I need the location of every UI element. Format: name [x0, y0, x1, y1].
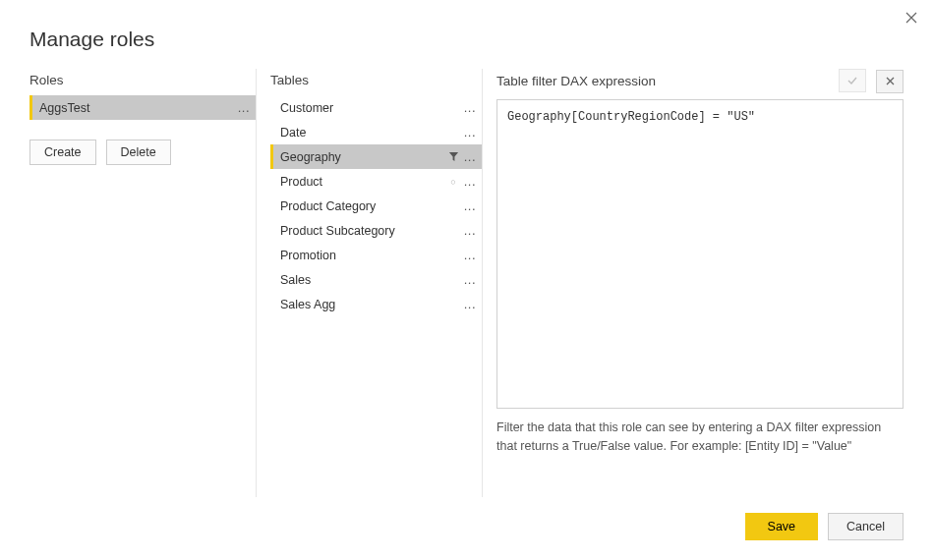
more-icon[interactable]: ... [464, 224, 476, 237]
dialog-title: Manage roles [0, 0, 933, 69]
dialog-content: Roles AggsTest ... Create Delete Tables … [0, 69, 933, 497]
expression-header: Table filter DAX expression [496, 70, 656, 92]
dialog-footer: Save Cancel [0, 497, 933, 560]
delete-role-button[interactable]: Delete [106, 140, 171, 165]
table-item[interactable]: Product○... [270, 169, 482, 194]
tables-header: Tables [270, 69, 482, 95]
table-item[interactable]: Promotion... [270, 243, 482, 267]
tables-list: Customer...Date...Geography...Product○..… [270, 95, 482, 316]
more-icon[interactable]: ... [464, 126, 476, 139]
more-icon[interactable]: ... [464, 175, 476, 188]
more-icon[interactable]: ... [464, 249, 476, 261]
table-item[interactable]: Product Category... [270, 194, 482, 218]
expression-panel: Table filter DAX expression Filter the d… [482, 69, 904, 497]
more-icon[interactable]: ... [464, 150, 476, 163]
table-item-label: Promotion [280, 249, 464, 262]
table-item-label: Date [280, 126, 464, 140]
role-item-label: AggsTest [39, 101, 238, 115]
table-item[interactable]: Date... [270, 120, 482, 144]
table-item-label: Product Subcategory [280, 224, 464, 238]
close-button[interactable] [902, 8, 921, 28]
cancel-button[interactable]: Cancel [828, 513, 904, 540]
revert-expression-button[interactable] [876, 70, 904, 93]
role-item[interactable]: AggsTest ... [29, 95, 256, 120]
save-button[interactable]: Save [745, 513, 819, 540]
check-icon [847, 76, 857, 85]
table-item-label: Product Category [280, 199, 464, 213]
expression-help-text: Filter the data that this role can see b… [496, 419, 904, 457]
more-icon[interactable]: ... [464, 273, 476, 286]
dax-expression-input[interactable] [496, 99, 904, 409]
table-item[interactable]: Geography... [270, 144, 482, 169]
roles-list: AggsTest ... [29, 95, 256, 120]
table-item-label: Sales [280, 273, 464, 287]
more-icon[interactable]: ... [464, 101, 476, 114]
filter-icon [448, 151, 460, 163]
indicator-icon: ○ [450, 177, 455, 187]
create-role-button[interactable]: Create [29, 140, 96, 165]
tables-panel: Tables Customer...Date...Geography...Pro… [256, 69, 482, 497]
table-item[interactable]: Sales... [270, 267, 482, 292]
table-item-label: Geography [280, 150, 448, 164]
more-icon[interactable]: ... [238, 101, 250, 114]
manage-roles-dialog: Manage roles Roles AggsTest ... Create D… [0, 0, 933, 560]
table-item-label: Customer [280, 101, 464, 115]
table-item[interactable]: Sales Agg... [270, 292, 482, 316]
x-icon [886, 77, 895, 85]
more-icon[interactable]: ... [464, 199, 476, 212]
table-item-label: Sales Agg [280, 298, 464, 311]
table-item-label: Product [280, 175, 450, 189]
table-item[interactable]: Product Subcategory... [270, 218, 482, 243]
close-icon [905, 12, 917, 24]
roles-header: Roles [29, 69, 256, 95]
roles-panel: Roles AggsTest ... Create Delete [29, 69, 256, 497]
more-icon[interactable]: ... [464, 298, 476, 310]
accept-expression-button[interactable] [839, 69, 866, 92]
table-item[interactable]: Customer... [270, 95, 482, 120]
